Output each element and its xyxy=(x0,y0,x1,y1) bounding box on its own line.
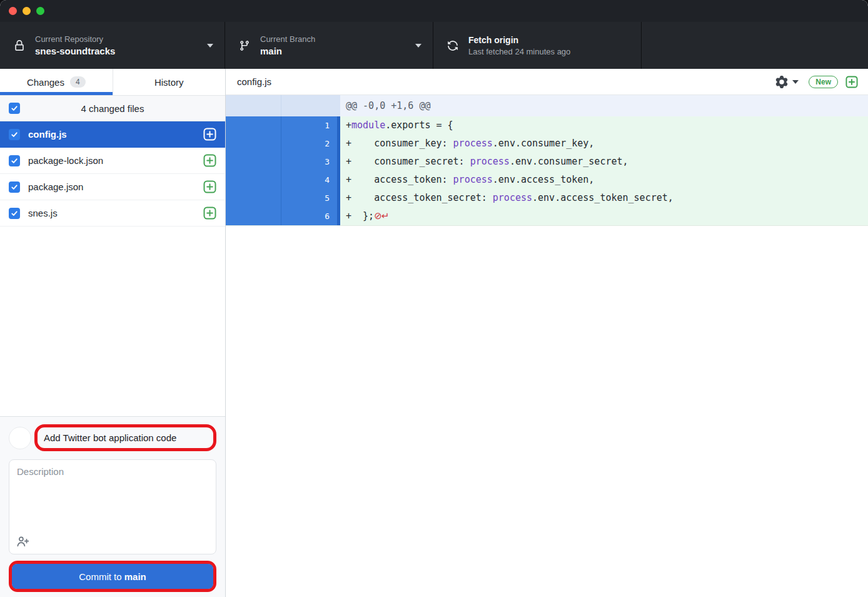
diff-code: + access_token_secret: process.env.acces… xyxy=(340,189,868,207)
diff-empty-area xyxy=(226,226,868,597)
titlebar xyxy=(0,0,868,22)
code-segment: .env.consumer_key, xyxy=(493,138,595,149)
code-segment: process xyxy=(493,192,532,203)
diff-line-number[interactable]: 4 xyxy=(281,171,337,189)
tab-history[interactable]: History xyxy=(113,69,226,95)
diff-line-number[interactable]: 2 xyxy=(281,135,337,153)
tab-history-label: History xyxy=(154,77,184,88)
diff-gutter-old[interactable] xyxy=(226,207,281,225)
commit-summary-row xyxy=(9,424,216,451)
diff-line-number[interactable]: 1 xyxy=(281,116,337,135)
code-segment: + }; xyxy=(346,210,374,222)
tab-changes[interactable]: Changes 4 xyxy=(0,69,113,95)
file-checkbox[interactable] xyxy=(9,208,20,219)
diff-code: + consumer_secret: process.env.consumer_… xyxy=(340,153,868,171)
sidebar-spacer xyxy=(0,227,225,416)
diff-gutter-new xyxy=(281,95,337,116)
file-checkbox[interactable] xyxy=(9,181,20,193)
fetch-status: Last fetched 24 minutes ago xyxy=(468,47,630,56)
commit-button[interactable]: Commit to main xyxy=(12,564,213,589)
code-segment: module xyxy=(351,120,385,131)
commit-summary-input[interactable] xyxy=(38,427,213,448)
check-icon xyxy=(11,157,18,165)
diff-gutter-old[interactable] xyxy=(226,135,281,153)
chevron-down-icon xyxy=(415,44,421,48)
diff-gutter-old xyxy=(226,95,281,116)
close-button[interactable] xyxy=(9,7,17,15)
file-checkbox[interactable] xyxy=(9,155,20,166)
lock-icon xyxy=(14,40,25,51)
added-file-icon[interactable] xyxy=(203,207,216,220)
app-window: Current Repository snes-soundtracks Curr… xyxy=(0,0,868,597)
file-row-package-lock-json[interactable]: package-lock.json xyxy=(0,148,225,174)
diff-line-number[interactable]: 6 xyxy=(281,207,337,225)
diff-gutter-old[interactable] xyxy=(226,171,281,189)
branch-name: main xyxy=(260,46,409,56)
diff-lines: 1+module.exports = {2+ consumer_key: pro… xyxy=(226,116,868,225)
file-name: package-lock.json xyxy=(28,155,195,166)
zoom-button[interactable] xyxy=(36,7,44,15)
code-segment: + access_token: xyxy=(346,174,453,185)
code-segment: + consumer_key: xyxy=(346,138,453,149)
add-coauthor-icon[interactable] xyxy=(16,535,29,548)
file-row-config-js[interactable]: config.js xyxy=(0,121,225,148)
added-file-icon[interactable] xyxy=(203,180,216,193)
file-checkbox[interactable] xyxy=(9,129,20,140)
diff-options-button[interactable] xyxy=(775,76,799,88)
diff-line: 3+ consumer_secret: process.env.consumer… xyxy=(226,153,868,171)
code-segment: process xyxy=(470,156,510,167)
diff-gutter-old[interactable] xyxy=(226,153,281,171)
added-file-icon[interactable] xyxy=(203,154,216,167)
git-branch-icon xyxy=(239,40,250,51)
check-icon xyxy=(11,183,18,191)
annotation-summary-highlight xyxy=(34,424,216,451)
diff-line-number[interactable]: 3 xyxy=(281,153,337,171)
code-segment: + xyxy=(346,120,351,131)
added-file-icon[interactable] xyxy=(203,128,216,141)
code-segment: .exports = { xyxy=(385,120,453,131)
diff-header-controls: New xyxy=(775,76,858,88)
changed-file-list: config.js package-lock.json package.json… xyxy=(0,121,225,227)
code-segment: process xyxy=(453,174,493,185)
diff-gutter-old[interactable] xyxy=(226,116,281,135)
commit-description-box xyxy=(9,459,216,554)
file-row-snes-js[interactable]: snes.js xyxy=(0,200,225,227)
diff-code: + access_token: process.env.access_token… xyxy=(340,171,868,189)
diff-header: config.js New xyxy=(226,69,868,95)
main-content: Changes 4 History 4 changed files config… xyxy=(0,69,868,597)
expand-diff-button[interactable] xyxy=(845,76,858,88)
current-repository-selector[interactable]: Current Repository snes-soundtracks xyxy=(0,22,225,69)
fetch-title: Fetch origin xyxy=(468,35,630,45)
commit-button-label: Commit to xyxy=(79,571,124,582)
diff-gutter-old[interactable] xyxy=(226,189,281,207)
commit-form: Commit to main xyxy=(0,416,225,597)
diff-pane: config.js New @@ -0,0 +1,6 @@ xyxy=(226,69,868,597)
minimize-button[interactable] xyxy=(23,7,31,15)
diff-line: 1+module.exports = { xyxy=(226,116,868,135)
select-all-checkbox[interactable] xyxy=(9,103,20,114)
code-segment: process xyxy=(453,138,493,149)
diff-line: 2+ consumer_key: process.env.consumer_ke… xyxy=(226,135,868,153)
gear-icon xyxy=(775,76,788,88)
file-name: snes.js xyxy=(28,208,195,218)
check-icon xyxy=(11,105,18,112)
diff-hunk-header-row: @@ -0,0 +1,6 @@ xyxy=(226,95,868,116)
diff-line-number[interactable]: 5 xyxy=(281,189,337,207)
check-icon xyxy=(11,131,18,138)
file-row-package-json[interactable]: package.json xyxy=(0,174,225,200)
diff-code: + };⊘↵ xyxy=(340,207,868,225)
commit-description-input[interactable] xyxy=(17,466,208,534)
sidebar: Changes 4 History 4 changed files config… xyxy=(0,69,226,597)
annotation-commit-button-highlight: Commit to main xyxy=(9,561,216,592)
fetch-origin-button[interactable]: Fetch origin Last fetched 24 minutes ago xyxy=(433,22,642,69)
changes-count-badge: 4 xyxy=(70,76,86,88)
chevron-down-icon xyxy=(207,44,213,48)
current-branch-selector[interactable]: Current Branch main xyxy=(225,22,433,69)
diff-code: +module.exports = { xyxy=(340,116,868,135)
code-segment: .env.access_token_secret, xyxy=(532,192,674,203)
changed-files-summary: 4 changed files xyxy=(81,103,144,114)
diff-line: 5+ access_token_secret: process.env.acce… xyxy=(226,189,868,207)
traffic-lights xyxy=(9,7,44,15)
file-name: package.json xyxy=(28,181,195,192)
toolbar-filler xyxy=(642,22,868,69)
